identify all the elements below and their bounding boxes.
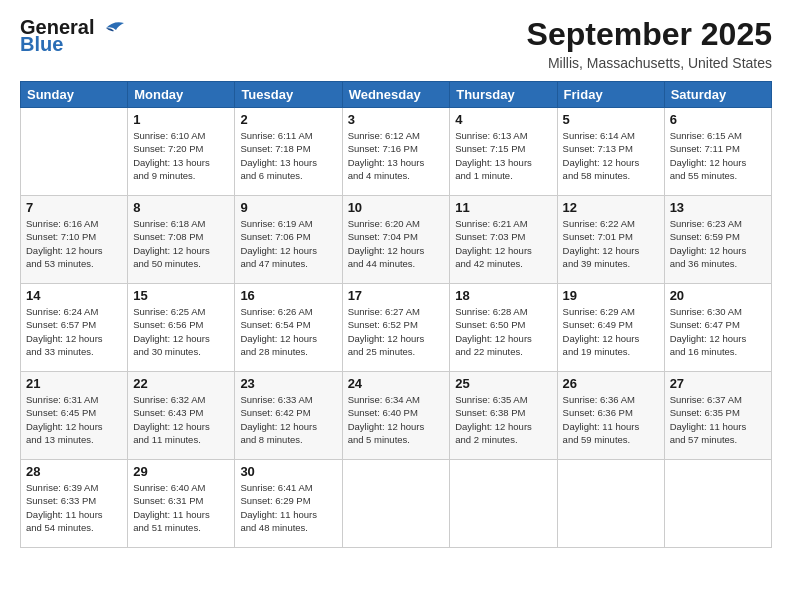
day-number: 27 <box>670 376 766 391</box>
day-number: 17 <box>348 288 445 303</box>
calendar-cell: 20Sunrise: 6:30 AM Sunset: 6:47 PM Dayli… <box>664 284 771 372</box>
calendar-cell: 3Sunrise: 6:12 AM Sunset: 7:16 PM Daylig… <box>342 108 450 196</box>
day-info: Sunrise: 6:13 AM Sunset: 7:15 PM Dayligh… <box>455 129 551 182</box>
day-number: 20 <box>670 288 766 303</box>
calendar-cell: 14Sunrise: 6:24 AM Sunset: 6:57 PM Dayli… <box>21 284 128 372</box>
calendar-cell <box>664 460 771 548</box>
weekday-header-row: SundayMondayTuesdayWednesdayThursdayFrid… <box>21 82 772 108</box>
day-number: 5 <box>563 112 659 127</box>
calendar-cell: 2Sunrise: 6:11 AM Sunset: 7:18 PM Daylig… <box>235 108 342 196</box>
calendar-table: SundayMondayTuesdayWednesdayThursdayFrid… <box>20 81 772 548</box>
day-info: Sunrise: 6:39 AM Sunset: 6:33 PM Dayligh… <box>26 481 122 534</box>
calendar-week-row: 14Sunrise: 6:24 AM Sunset: 6:57 PM Dayli… <box>21 284 772 372</box>
day-number: 1 <box>133 112 229 127</box>
logo-blue: Blue <box>20 33 63 56</box>
calendar-cell: 23Sunrise: 6:33 AM Sunset: 6:42 PM Dayli… <box>235 372 342 460</box>
day-number: 16 <box>240 288 336 303</box>
calendar-cell: 19Sunrise: 6:29 AM Sunset: 6:49 PM Dayli… <box>557 284 664 372</box>
day-number: 13 <box>670 200 766 215</box>
calendar-week-row: 1Sunrise: 6:10 AM Sunset: 7:20 PM Daylig… <box>21 108 772 196</box>
day-info: Sunrise: 6:21 AM Sunset: 7:03 PM Dayligh… <box>455 217 551 270</box>
calendar-cell: 15Sunrise: 6:25 AM Sunset: 6:56 PM Dayli… <box>128 284 235 372</box>
day-number: 22 <box>133 376 229 391</box>
day-number: 7 <box>26 200 122 215</box>
weekday-header-friday: Friday <box>557 82 664 108</box>
calendar-cell: 10Sunrise: 6:20 AM Sunset: 7:04 PM Dayli… <box>342 196 450 284</box>
month-title: September 2025 <box>527 16 772 53</box>
day-info: Sunrise: 6:30 AM Sunset: 6:47 PM Dayligh… <box>670 305 766 358</box>
day-number: 2 <box>240 112 336 127</box>
weekday-header-sunday: Sunday <box>21 82 128 108</box>
day-info: Sunrise: 6:24 AM Sunset: 6:57 PM Dayligh… <box>26 305 122 358</box>
day-info: Sunrise: 6:32 AM Sunset: 6:43 PM Dayligh… <box>133 393 229 446</box>
calendar-cell: 1Sunrise: 6:10 AM Sunset: 7:20 PM Daylig… <box>128 108 235 196</box>
calendar-cell: 12Sunrise: 6:22 AM Sunset: 7:01 PM Dayli… <box>557 196 664 284</box>
calendar-cell <box>450 460 557 548</box>
calendar-cell <box>342 460 450 548</box>
day-number: 4 <box>455 112 551 127</box>
day-number: 11 <box>455 200 551 215</box>
calendar-cell: 6Sunrise: 6:15 AM Sunset: 7:11 PM Daylig… <box>664 108 771 196</box>
day-number: 23 <box>240 376 336 391</box>
calendar-cell: 13Sunrise: 6:23 AM Sunset: 6:59 PM Dayli… <box>664 196 771 284</box>
day-info: Sunrise: 6:33 AM Sunset: 6:42 PM Dayligh… <box>240 393 336 446</box>
day-number: 26 <box>563 376 659 391</box>
logo-bird-icon <box>96 18 126 38</box>
calendar-cell: 26Sunrise: 6:36 AM Sunset: 6:36 PM Dayli… <box>557 372 664 460</box>
day-info: Sunrise: 6:23 AM Sunset: 6:59 PM Dayligh… <box>670 217 766 270</box>
calendar-cell: 8Sunrise: 6:18 AM Sunset: 7:08 PM Daylig… <box>128 196 235 284</box>
day-info: Sunrise: 6:12 AM Sunset: 7:16 PM Dayligh… <box>348 129 445 182</box>
day-info: Sunrise: 6:37 AM Sunset: 6:35 PM Dayligh… <box>670 393 766 446</box>
day-number: 6 <box>670 112 766 127</box>
day-info: Sunrise: 6:28 AM Sunset: 6:50 PM Dayligh… <box>455 305 551 358</box>
day-info: Sunrise: 6:41 AM Sunset: 6:29 PM Dayligh… <box>240 481 336 534</box>
calendar-cell: 7Sunrise: 6:16 AM Sunset: 7:10 PM Daylig… <box>21 196 128 284</box>
calendar-week-row: 28Sunrise: 6:39 AM Sunset: 6:33 PM Dayli… <box>21 460 772 548</box>
day-info: Sunrise: 6:11 AM Sunset: 7:18 PM Dayligh… <box>240 129 336 182</box>
day-number: 25 <box>455 376 551 391</box>
day-info: Sunrise: 6:40 AM Sunset: 6:31 PM Dayligh… <box>133 481 229 534</box>
calendar-cell <box>21 108 128 196</box>
calendar-week-row: 21Sunrise: 6:31 AM Sunset: 6:45 PM Dayli… <box>21 372 772 460</box>
day-info: Sunrise: 6:25 AM Sunset: 6:56 PM Dayligh… <box>133 305 229 358</box>
calendar-cell: 5Sunrise: 6:14 AM Sunset: 7:13 PM Daylig… <box>557 108 664 196</box>
day-number: 30 <box>240 464 336 479</box>
day-number: 29 <box>133 464 229 479</box>
calendar-cell: 22Sunrise: 6:32 AM Sunset: 6:43 PM Dayli… <box>128 372 235 460</box>
day-info: Sunrise: 6:36 AM Sunset: 6:36 PM Dayligh… <box>563 393 659 446</box>
day-number: 9 <box>240 200 336 215</box>
calendar-cell: 17Sunrise: 6:27 AM Sunset: 6:52 PM Dayli… <box>342 284 450 372</box>
calendar-cell: 27Sunrise: 6:37 AM Sunset: 6:35 PM Dayli… <box>664 372 771 460</box>
day-info: Sunrise: 6:16 AM Sunset: 7:10 PM Dayligh… <box>26 217 122 270</box>
day-info: Sunrise: 6:29 AM Sunset: 6:49 PM Dayligh… <box>563 305 659 358</box>
weekday-header-saturday: Saturday <box>664 82 771 108</box>
day-info: Sunrise: 6:35 AM Sunset: 6:38 PM Dayligh… <box>455 393 551 446</box>
weekday-header-wednesday: Wednesday <box>342 82 450 108</box>
calendar-cell: 30Sunrise: 6:41 AM Sunset: 6:29 PM Dayli… <box>235 460 342 548</box>
calendar-cell: 9Sunrise: 6:19 AM Sunset: 7:06 PM Daylig… <box>235 196 342 284</box>
day-number: 15 <box>133 288 229 303</box>
day-number: 21 <box>26 376 122 391</box>
calendar-cell: 18Sunrise: 6:28 AM Sunset: 6:50 PM Dayli… <box>450 284 557 372</box>
calendar-cell: 4Sunrise: 6:13 AM Sunset: 7:15 PM Daylig… <box>450 108 557 196</box>
day-number: 14 <box>26 288 122 303</box>
title-block: September 2025 Millis, Massachusetts, Un… <box>527 16 772 71</box>
day-number: 24 <box>348 376 445 391</box>
day-info: Sunrise: 6:22 AM Sunset: 7:01 PM Dayligh… <box>563 217 659 270</box>
calendar-cell: 16Sunrise: 6:26 AM Sunset: 6:54 PM Dayli… <box>235 284 342 372</box>
calendar-cell: 21Sunrise: 6:31 AM Sunset: 6:45 PM Dayli… <box>21 372 128 460</box>
day-info: Sunrise: 6:27 AM Sunset: 6:52 PM Dayligh… <box>348 305 445 358</box>
weekday-header-monday: Monday <box>128 82 235 108</box>
day-info: Sunrise: 6:19 AM Sunset: 7:06 PM Dayligh… <box>240 217 336 270</box>
day-info: Sunrise: 6:34 AM Sunset: 6:40 PM Dayligh… <box>348 393 445 446</box>
day-info: Sunrise: 6:10 AM Sunset: 7:20 PM Dayligh… <box>133 129 229 182</box>
day-number: 18 <box>455 288 551 303</box>
day-info: Sunrise: 6:14 AM Sunset: 7:13 PM Dayligh… <box>563 129 659 182</box>
day-info: Sunrise: 6:20 AM Sunset: 7:04 PM Dayligh… <box>348 217 445 270</box>
location: Millis, Massachusetts, United States <box>527 55 772 71</box>
day-info: Sunrise: 6:18 AM Sunset: 7:08 PM Dayligh… <box>133 217 229 270</box>
day-number: 19 <box>563 288 659 303</box>
day-number: 12 <box>563 200 659 215</box>
logo: General Blue <box>20 16 126 56</box>
weekday-header-thursday: Thursday <box>450 82 557 108</box>
